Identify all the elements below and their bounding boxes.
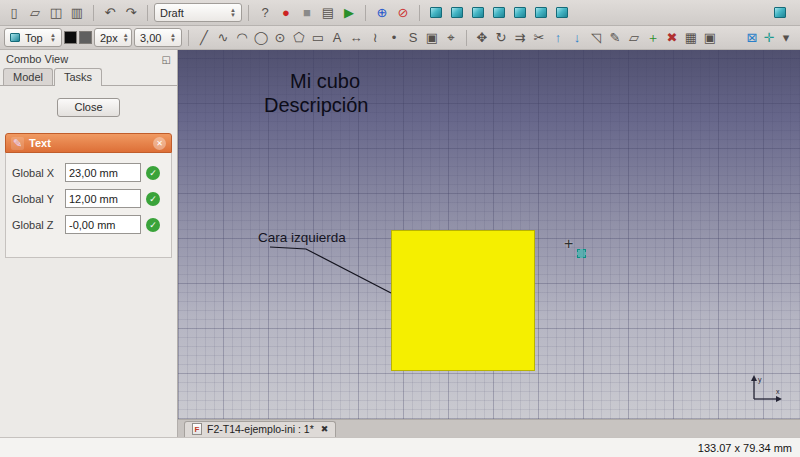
axis-cross-icon: x y bbox=[746, 373, 786, 407]
open-document-icon[interactable]: ▱ bbox=[25, 3, 45, 23]
cube-face-object[interactable] bbox=[391, 230, 535, 371]
axonometric-group bbox=[770, 3, 790, 23]
draft-arc-icon[interactable]: ◠ bbox=[233, 28, 251, 48]
working-plane-selector[interactable]: Top ▲▼ bbox=[4, 28, 62, 47]
combo-view-title: Combo View bbox=[6, 53, 68, 65]
draft-subelement-icon[interactable]: ▱ bbox=[625, 28, 643, 48]
draft-modify-group: ✥↻⇉✂↑↓◹✎▱＋✖▦▣ bbox=[473, 28, 719, 48]
draft-upgrade-icon[interactable]: ↑ bbox=[549, 28, 567, 48]
float-panel-icon[interactable]: ◱ bbox=[162, 54, 171, 65]
draft-polygon-icon[interactable]: ⬠ bbox=[290, 28, 308, 48]
line-color-swatch[interactable] bbox=[64, 31, 77, 44]
view-top-icon[interactable] bbox=[468, 3, 488, 23]
draft-text-icon[interactable]: A bbox=[328, 28, 346, 48]
scene-text-mi-cubo[interactable]: Mi cubo bbox=[290, 70, 360, 93]
draft-clone-icon[interactable]: ▣ bbox=[701, 28, 719, 48]
draft-label-icon[interactable]: ⌖ bbox=[442, 28, 460, 48]
freecad-window: ▯▱◫▥ ↶↷ Draft ▲▼ ?●■▤▶ ⊕⊘ Top ▲▼ bbox=[0, 0, 800, 457]
view-rear-icon[interactable] bbox=[510, 3, 530, 23]
crosshair-icon: + bbox=[564, 235, 573, 252]
draft-rectangle-icon[interactable]: ▭ bbox=[309, 28, 327, 48]
redo-icon[interactable]: ↷ bbox=[121, 3, 141, 23]
draft-edit-icon[interactable]: ✎ bbox=[606, 28, 624, 48]
view-axonometric-icon[interactable] bbox=[770, 3, 790, 23]
draft-circle-icon[interactable]: ◯ bbox=[252, 28, 270, 48]
status-bar: 133.07 x 79.34 mm bbox=[0, 437, 800, 457]
draft-scale-icon[interactable]: ◹ bbox=[587, 28, 605, 48]
plane-cube-icon bbox=[10, 33, 20, 42]
snap-lock-icon[interactable]: ⊠ bbox=[744, 28, 760, 48]
face-color-swatch[interactable] bbox=[79, 31, 92, 44]
toolbar-standard: ▯▱◫▥ ↶↷ Draft ▲▼ ?●■▤▶ ⊕⊘ bbox=[0, 0, 800, 26]
view-isometric-icon[interactable] bbox=[426, 3, 446, 23]
global-y-label: Global Y bbox=[12, 193, 60, 205]
spinner-arrows-icon[interactable]: ▲▼ bbox=[170, 33, 176, 43]
whats-this-icon[interactable]: ? bbox=[255, 3, 275, 23]
snap-indicator-icon bbox=[577, 249, 586, 258]
tab-model[interactable]: Model bbox=[3, 68, 53, 86]
3d-viewport[interactable]: Mi cubo Descripción Cara izquierda + x bbox=[178, 50, 800, 419]
macro-stop-icon[interactable]: ■ bbox=[297, 3, 317, 23]
macro-edit-icon[interactable]: ▤ bbox=[318, 3, 338, 23]
draft-move-icon[interactable]: ✥ bbox=[473, 28, 491, 48]
scene-text-descripcion[interactable]: Descripción bbox=[264, 94, 368, 117]
scene-annotation-cara-izquierda[interactable]: Cara izquierda bbox=[258, 230, 346, 245]
draft-wire-icon[interactable]: ∿ bbox=[214, 28, 232, 48]
document-tab-label: F2-T14-ejemplo-ini : 1* bbox=[207, 423, 314, 435]
draft-cursor: + bbox=[564, 236, 573, 252]
draw-style-icon[interactable]: ⊘ bbox=[393, 3, 413, 23]
global-z-row: Global Z ✓ bbox=[12, 215, 165, 234]
spinner-arrows-icon[interactable]: ▲▼ bbox=[123, 33, 129, 43]
combo-view-titlebar: Combo View ◱ bbox=[0, 50, 177, 68]
line-width-selector[interactable]: 2px ▲▼ bbox=[94, 28, 132, 47]
draft-line-icon[interactable]: ╱ bbox=[195, 28, 213, 48]
view-right-icon[interactable] bbox=[489, 3, 509, 23]
draft-downgrade-icon[interactable]: ↓ bbox=[568, 28, 586, 48]
document-tab[interactable]: F F2-T14-ejemplo-ini : 1* ✖ bbox=[184, 421, 336, 437]
text-task-panel: ✎ Text ✕ Global X ✓ Global Y bbox=[5, 133, 172, 258]
draft-offset-icon[interactable]: ⇉ bbox=[511, 28, 529, 48]
text-size-spinner[interactable]: 3,00 ▲▼ bbox=[134, 28, 182, 47]
task-title: Text bbox=[29, 137, 51, 149]
valid-check-icon: ✓ bbox=[146, 192, 160, 206]
draft-array-icon[interactable]: ▦ bbox=[682, 28, 700, 48]
draft-bspline-icon[interactable]: ≀ bbox=[366, 28, 384, 48]
zoom-fit-all-icon[interactable]: ⊕ bbox=[372, 3, 392, 23]
view-front-icon[interactable] bbox=[447, 3, 467, 23]
task-collapse-icon[interactable]: ✕ bbox=[153, 137, 166, 150]
draft-add-point-icon[interactable]: ＋ bbox=[644, 28, 662, 48]
snap-dropdown-icon[interactable]: ▾ bbox=[778, 28, 794, 48]
view-left-icon[interactable] bbox=[552, 3, 572, 23]
draft-snap-group: ⊠✛▾ bbox=[744, 28, 794, 48]
close-task-button[interactable]: Close bbox=[57, 98, 119, 117]
draft-delete-point-icon[interactable]: ✖ bbox=[663, 28, 681, 48]
draft-dimension-icon[interactable]: ↔ bbox=[347, 28, 365, 48]
snap-endpoint-icon[interactable]: ✛ bbox=[761, 28, 777, 48]
global-z-input[interactable] bbox=[65, 215, 141, 234]
draft-ellipse-icon[interactable]: ⊙ bbox=[271, 28, 289, 48]
document-tab-bar: F F2-T14-ejemplo-ini : 1* ✖ bbox=[178, 419, 800, 437]
toolbar-separator bbox=[466, 30, 467, 46]
dropdown-arrows-icon[interactable]: ▲▼ bbox=[230, 8, 236, 18]
dropdown-arrows-icon[interactable]: ▲▼ bbox=[50, 33, 56, 43]
close-document-icon[interactable]: ✖ bbox=[321, 424, 329, 434]
new-document-icon[interactable]: ▯ bbox=[4, 3, 24, 23]
draft-trimex-icon[interactable]: ✂ bbox=[530, 28, 548, 48]
tab-tasks[interactable]: Tasks bbox=[54, 68, 102, 86]
text-task-header[interactable]: ✎ Text ✕ bbox=[5, 133, 172, 153]
workbench-selector[interactable]: Draft ▲▼ bbox=[154, 3, 242, 22]
paste-icon[interactable]: ▥ bbox=[67, 3, 87, 23]
global-z-label: Global Z bbox=[12, 219, 60, 231]
global-x-input[interactable] bbox=[65, 163, 141, 182]
draft-facebinder-icon[interactable]: ▣ bbox=[423, 28, 441, 48]
draft-shapestring-icon[interactable]: S bbox=[404, 28, 422, 48]
save-icon[interactable]: ◫ bbox=[46, 3, 66, 23]
view-bottom-icon[interactable] bbox=[531, 3, 551, 23]
undo-icon[interactable]: ↶ bbox=[100, 3, 120, 23]
freecad-file-icon: F bbox=[192, 423, 202, 435]
draft-point-icon[interactable]: • bbox=[385, 28, 403, 48]
global-y-input[interactable] bbox=[65, 189, 141, 208]
macro-execute-icon[interactable]: ▶ bbox=[339, 3, 359, 23]
macro-record-icon[interactable]: ● bbox=[276, 3, 296, 23]
draft-rotate-icon[interactable]: ↻ bbox=[492, 28, 510, 48]
